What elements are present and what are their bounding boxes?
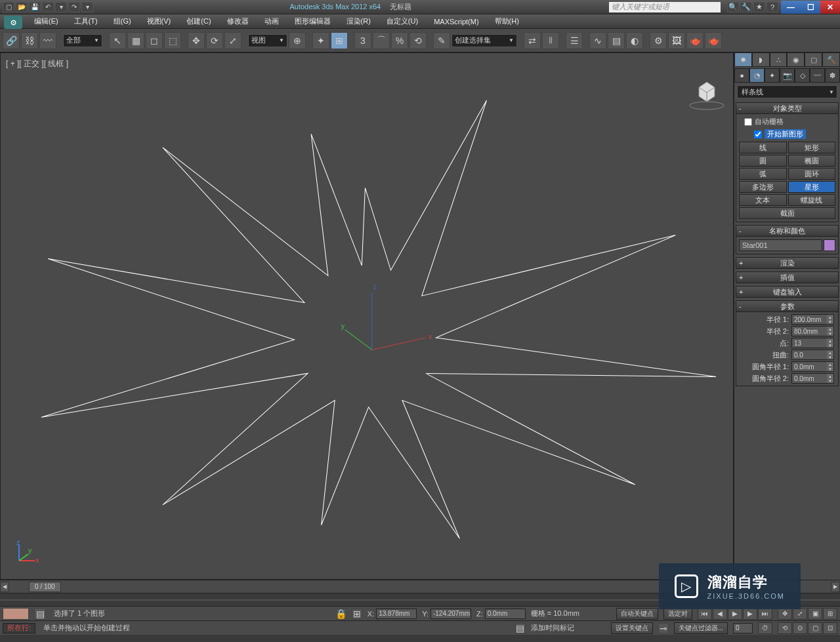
redo-drop-icon[interactable]: ▾	[81, 2, 93, 12]
nav-walk-icon[interactable]: ⊙	[793, 622, 807, 634]
tab-hierarchy-icon[interactable]: ⛬	[770, 52, 788, 67]
align-icon[interactable]: ⫴	[542, 32, 559, 49]
move-icon[interactable]: ✥	[188, 32, 205, 49]
nav-pan-icon[interactable]: ✥	[778, 608, 792, 620]
startnew-check[interactable]: 开始新图形	[738, 128, 837, 140]
menu-customize[interactable]: 自定义(U)	[379, 14, 426, 29]
shape-line[interactable]: 线	[739, 142, 787, 153]
nav-zoom-icon[interactable]: ⤢	[793, 608, 807, 620]
shape-circle[interactable]: 圆	[739, 155, 787, 167]
redo-icon[interactable]: ↷	[68, 2, 80, 12]
category-dropdown[interactable]: 样条线	[737, 85, 837, 98]
lock-icon[interactable]: 🔒	[336, 609, 346, 619]
ref-coord-dropdown[interactable]: 视图	[248, 34, 287, 47]
unlink-icon[interactable]: ⛓	[21, 32, 38, 49]
select-name-icon[interactable]: ▦	[127, 32, 144, 49]
angle-snap-icon[interactable]: ⌒	[373, 32, 390, 49]
menu-animation[interactable]: 动画	[257, 14, 287, 29]
save-icon[interactable]: 💾	[29, 2, 41, 12]
coord-toggle-icon[interactable]: ⊞	[352, 609, 362, 619]
prev-frame-icon[interactable]: ◀	[713, 608, 727, 620]
current-frame-input[interactable]: 0	[733, 623, 753, 633]
subtab-space-icon[interactable]: 〰	[810, 68, 825, 83]
slider-left-icon[interactable]: ◀	[0, 582, 9, 592]
spinner-snap-icon[interactable]: ⟲	[410, 32, 427, 49]
render-frame-icon[interactable]: 🖼	[668, 32, 685, 49]
undo-icon[interactable]: ↶	[42, 2, 54, 12]
addtime-text[interactable]: 添加时间标记	[531, 623, 574, 633]
menu-tools[interactable]: 工具(T)	[66, 14, 106, 29]
z-input[interactable]: 0.0mm	[485, 609, 526, 619]
bind-icon[interactable]: 〰	[39, 32, 56, 49]
setkey-button[interactable]: 设置关键点	[611, 622, 653, 634]
rollout-keyboard-head[interactable]: +键盘输入	[736, 286, 839, 298]
slider-right-icon[interactable]: ▶	[831, 582, 840, 592]
object-name-input[interactable]: Star001	[739, 239, 822, 251]
distortion-spinner[interactable]: 0.0▲▼	[791, 350, 834, 360]
material-icon[interactable]: ◐	[626, 32, 643, 49]
rollout-params-head[interactable]: -参数	[736, 300, 839, 312]
star-icon[interactable]: ★	[753, 2, 765, 12]
viewport[interactable]: [ + ][ 正交 ][ 线框 ] x y z	[0, 52, 734, 580]
link-icon[interactable]: 🔗	[3, 32, 20, 49]
radius1-spinner[interactable]: 200.0mm▲▼	[791, 314, 834, 325]
menu-views[interactable]: 视图(V)	[139, 14, 179, 29]
play-icon[interactable]: ▶	[728, 608, 742, 620]
listener-icon[interactable]: ▤	[34, 608, 46, 620]
edit-named-icon[interactable]: ✎	[433, 32, 450, 49]
y-input[interactable]: -124.207mm	[430, 609, 471, 619]
open-icon[interactable]: 📂	[16, 2, 28, 12]
nav-max-icon[interactable]: ▢	[808, 622, 822, 634]
x-input[interactable]: 13.878mm	[376, 609, 417, 619]
shape-rectangle[interactable]: 矩形	[788, 142, 836, 153]
render-prod-icon[interactable]: 🫖	[686, 32, 704, 49]
rollout-name-head[interactable]: -名称和颜色	[736, 225, 839, 237]
maxscript-mini-icon[interactable]	[3, 608, 29, 620]
minimize-button[interactable]: —	[781, 1, 801, 14]
menu-graph[interactable]: 图形编辑器	[287, 14, 339, 29]
next-frame-icon[interactable]: ▶	[743, 608, 757, 620]
scale-icon[interactable]: ⤢	[224, 32, 242, 49]
autokey-button[interactable]: 自动关键点	[616, 608, 658, 620]
nav-region-icon[interactable]: ⊡	[823, 622, 837, 634]
render-iter-icon[interactable]: 🫖	[705, 32, 722, 49]
radius2-spinner[interactable]: 80.0mm▲▼	[791, 326, 834, 336]
goto-end-icon[interactable]: ⏭	[758, 608, 772, 620]
maximize-button[interactable]: ☐	[801, 1, 820, 14]
fillet2-spinner[interactable]: 0.0mm▲▼	[791, 373, 834, 384]
tab-motion-icon[interactable]: ◉	[787, 52, 805, 67]
rollout-render-head[interactable]: +渲染	[736, 257, 839, 269]
search-box[interactable]: 键入关键字或短语	[609, 2, 721, 12]
key-icon[interactable]: ⊸	[658, 623, 669, 633]
menu-rendering[interactable]: 渲染(R)	[339, 14, 379, 29]
select-icon[interactable]: ↖	[109, 32, 126, 49]
menu-edit[interactable]: 编辑(E)	[26, 14, 66, 29]
menu-group[interactable]: 组(G)	[106, 14, 139, 29]
subtab-systems-icon[interactable]: ✽	[825, 68, 840, 83]
subtab-lights-icon[interactable]: ✦	[765, 68, 780, 83]
sel-filter-dropdown[interactable]: 全部	[63, 34, 102, 47]
points-spinner[interactable]: 13▲▼	[791, 338, 834, 348]
nav-orbit-icon[interactable]: ⟲	[778, 622, 792, 634]
shape-ngon[interactable]: 多边形	[739, 181, 787, 193]
shape-ellipse[interactable]: 椭圆	[788, 155, 836, 167]
named-set-dropdown[interactable]: 创建选择集	[452, 34, 517, 47]
search-icon[interactable]: 🔍	[727, 2, 739, 12]
manip-icon[interactable]: ✦	[312, 32, 329, 49]
rotate-icon[interactable]: ⟳	[206, 32, 223, 49]
shape-arc[interactable]: 弧	[739, 168, 787, 180]
rollout-objtype-head[interactable]: -对象类型	[736, 102, 839, 114]
undo-drop-icon[interactable]: ▾	[55, 2, 67, 12]
snap-3d-icon[interactable]: 3	[354, 32, 371, 49]
keyfilter-button[interactable]: 关键点过滤器...	[674, 622, 728, 634]
subtab-helpers-icon[interactable]: ◇	[795, 68, 810, 83]
layers-icon[interactable]: ☰	[566, 32, 583, 49]
select-window-icon[interactable]: ⬚	[164, 32, 181, 49]
comm-icon[interactable]: 🔧	[740, 2, 752, 12]
goto-start-icon[interactable]: ⏮	[698, 608, 712, 620]
tab-utilities-icon[interactable]: 🔨	[822, 52, 840, 67]
select-rect-icon[interactable]: ◻	[146, 32, 163, 49]
new-icon[interactable]: ▢	[3, 2, 14, 12]
shape-star[interactable]: 星形	[788, 181, 836, 193]
tab-display-icon[interactable]: ▢	[805, 52, 822, 67]
